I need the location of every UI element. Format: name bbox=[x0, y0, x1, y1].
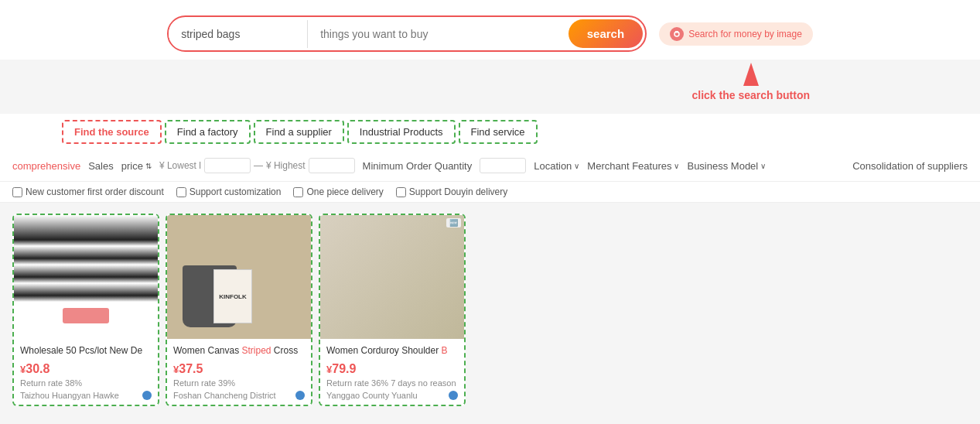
product-image-2: KINFOLK bbox=[167, 215, 311, 339]
business-chevron-icon: ∨ bbox=[760, 162, 766, 170]
checkbox-douyin-input[interactable] bbox=[396, 187, 406, 197]
price-value-2: 37.5 bbox=[179, 362, 203, 375]
price-highest-label: ¥ Highest bbox=[266, 160, 306, 171]
title-text-2b: Cross bbox=[271, 345, 299, 356]
striped-bag-image bbox=[14, 215, 158, 339]
checkbox-customization-label: Support customization bbox=[190, 186, 282, 197]
min-order-label: Minimum Order Quantity bbox=[363, 160, 473, 172]
filter-comprehensive[interactable]: comprehensive bbox=[12, 160, 80, 172]
title-highlight-2: Striped bbox=[241, 345, 271, 356]
tab-find-factory[interactable]: Find a factory bbox=[165, 120, 251, 144]
tab-find-source[interactable]: Find the source bbox=[62, 120, 162, 144]
title-text-2a: Women Canvas bbox=[173, 345, 241, 356]
product-meta-1: Return rate 38% bbox=[20, 378, 152, 388]
price-highest-input[interactable] bbox=[309, 158, 355, 173]
product-info-2: Women Canvas Striped Cross ¥37.5 Return … bbox=[167, 339, 311, 405]
annotation-text: click the search button bbox=[692, 89, 810, 101]
title-text-3a: Women Corduroy Shoulder bbox=[326, 345, 442, 356]
product-title-2: Women Canvas Striped Cross bbox=[173, 345, 305, 357]
location-dot-1 bbox=[142, 391, 152, 400]
price-lowest-input[interactable] bbox=[204, 158, 251, 173]
product-image-3: 🆕 bbox=[320, 215, 464, 339]
product-card-1[interactable]: Wholesale 50 Pcs/lot New De ¥30.8 Return… bbox=[12, 214, 159, 406]
checkbox-new-customer[interactable]: New customer first order discount bbox=[12, 186, 164, 197]
search-input-left[interactable] bbox=[169, 20, 308, 48]
merchant-chevron-icon: ∨ bbox=[674, 162, 679, 170]
price-value-1: 30.8 bbox=[26, 362, 50, 375]
tab-industrial[interactable]: Industrial Products bbox=[347, 120, 456, 144]
tab-find-supplier[interactable]: Find a supplier bbox=[254, 120, 344, 144]
filter-price[interactable]: price ⇅ bbox=[121, 160, 152, 172]
products-area: Wholesale 50 Pcs/lot New De ¥30.8 Return… bbox=[0, 203, 980, 417]
filter-location[interactable]: Location ∨ bbox=[534, 160, 579, 172]
tab-find-service[interactable]: Find service bbox=[459, 120, 538, 144]
product-price-1: ¥30.8 bbox=[20, 362, 152, 376]
checkbox-douyin-label: Support Douyin delivery bbox=[409, 186, 507, 197]
checkbox-one-piece-label: One piece delivery bbox=[306, 186, 383, 197]
svg-rect-1 bbox=[675, 31, 678, 33]
product-card-3[interactable]: 🆕 Women Corduroy Shoulder B ¥79.9 Return… bbox=[319, 214, 466, 406]
merchant-label: Merchant Features bbox=[587, 160, 671, 172]
location-chevron-icon: ∨ bbox=[574, 162, 579, 170]
corduroy-bag-image: 🆕 bbox=[320, 215, 464, 339]
consolidation-label[interactable]: Consolidation of suppliers bbox=[852, 160, 968, 172]
canvas-bag-image: KINFOLK bbox=[167, 215, 311, 339]
image-search-label: Search for money by image bbox=[688, 29, 802, 39]
arrow-up-icon bbox=[743, 63, 759, 86]
min-order-input[interactable] bbox=[480, 158, 526, 173]
kinfolk-book: KINFOLK bbox=[213, 269, 252, 323]
product-meta-3: Return rate 36% 7 days no reason bbox=[326, 378, 458, 388]
product-location-3: Yanggao County Yuanlu bbox=[326, 391, 458, 400]
checkbox-customization-input[interactable] bbox=[176, 187, 186, 197]
search-bar: search bbox=[167, 15, 647, 52]
product-meta-2: Return rate 39% bbox=[173, 378, 305, 388]
product-info-3: Women Corduroy Shoulder B ¥79.9 Return r… bbox=[320, 339, 464, 405]
checkbox-douyin[interactable]: Support Douyin delivery bbox=[396, 186, 507, 197]
checkbox-new-customer-input[interactable] bbox=[12, 187, 22, 197]
location-text-1: Taizhou Huangyan Hawke bbox=[20, 391, 119, 400]
product-price-3: ¥79.9 bbox=[326, 362, 458, 376]
checkbox-row: New customer first order discount Suppor… bbox=[0, 182, 980, 203]
location-text-2: Foshan Chancheng District bbox=[173, 391, 276, 400]
search-button[interactable]: search bbox=[569, 19, 643, 48]
image-search-button[interactable]: Search for money by image bbox=[659, 22, 813, 46]
search-input-right[interactable] bbox=[308, 20, 566, 48]
new-badge: 🆕 bbox=[446, 218, 461, 227]
product-card-2[interactable]: KINFOLK Women Canvas Striped Cross ¥37.5… bbox=[166, 214, 312, 406]
location-dot-3 bbox=[449, 391, 458, 400]
product-image-1 bbox=[14, 215, 158, 339]
filter-business[interactable]: Business Model ∨ bbox=[687, 160, 766, 172]
price-value-3: 79.9 bbox=[332, 362, 356, 375]
search-area: search Search for money by image bbox=[0, 0, 980, 60]
click-annotation: click the search button bbox=[692, 63, 810, 114]
filter-price-label: price bbox=[121, 160, 143, 172]
product-location-1: Taizhou Huangyan Hawke bbox=[20, 391, 152, 400]
checkbox-new-customer-label: New customer first order discount bbox=[26, 186, 164, 197]
business-label: Business Model bbox=[687, 160, 758, 172]
product-location-2: Foshan Chancheng District bbox=[173, 391, 305, 400]
checkbox-one-piece[interactable]: One piece delivery bbox=[293, 186, 383, 197]
product-title-3: Women Corduroy Shoulder B bbox=[326, 345, 458, 357]
price-sep: — bbox=[254, 160, 263, 171]
checkbox-one-piece-input[interactable] bbox=[293, 187, 303, 197]
location-dot-2 bbox=[295, 391, 305, 400]
product-info-1: Wholesale 50 Pcs/lot New De ¥30.8 Return… bbox=[14, 339, 158, 405]
product-title-1: Wholesale 50 Pcs/lot New De bbox=[20, 345, 152, 357]
price-lowest-label: ¥ Lowest l bbox=[159, 160, 201, 171]
location-label: Location bbox=[534, 160, 572, 172]
checkbox-customization[interactable]: Support customization bbox=[176, 186, 282, 197]
filter-sales[interactable]: Sales bbox=[88, 160, 114, 172]
nav-tabs: Find the source Find a factory Find a su… bbox=[0, 114, 980, 150]
products-grid: Wholesale 50 Pcs/lot New De ¥30.8 Return… bbox=[12, 214, 968, 406]
title-highlight-3: B bbox=[442, 345, 448, 356]
price-sort-icon: ⇅ bbox=[145, 162, 152, 170]
filter-row: comprehensive Sales price ⇅ ¥ Lowest l —… bbox=[0, 150, 980, 182]
filter-merchant[interactable]: Merchant Features ∨ bbox=[587, 160, 679, 172]
annotation-area: click the search button bbox=[0, 60, 980, 114]
price-range: ¥ Lowest l — ¥ Highest bbox=[159, 158, 355, 173]
camera-icon bbox=[670, 27, 684, 41]
product-price-2: ¥37.5 bbox=[173, 362, 305, 376]
location-text-3: Yanggao County Yuanlu bbox=[326, 391, 418, 400]
